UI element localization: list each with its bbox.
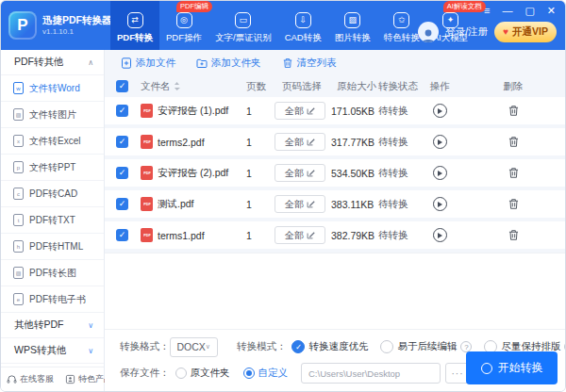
- save-location-option[interactable]: 自定义: [243, 367, 289, 380]
- row-checkbox[interactable]: ✓: [116, 198, 128, 210]
- convert-mode-option[interactable]: 易于后续编辑 ?: [380, 340, 472, 353]
- settings-panel: 转换格式： DOCX ∨ 转换模式： 转换速度优先 ? 易于后续编辑 ? 尽量保…: [105, 329, 565, 391]
- convert-play-icon[interactable]: [433, 104, 447, 118]
- convert-play-icon[interactable]: [433, 228, 447, 242]
- sort-icon[interactable]: [174, 82, 180, 90]
- document-icon: p: [13, 161, 24, 173]
- sidebar-item[interactable]: ▨ 文件转图片: [1, 102, 104, 128]
- minimize-icon[interactable]: —: [502, 6, 512, 16]
- sidebar-section-wps-to-other[interactable]: WPS转其他 ∨: [1, 338, 104, 364]
- app-window: P 迅捷PDF转换器 v1.1.10.1 ⇄ PDF转换 PDF编辑 ◎ PDF…: [0, 0, 566, 392]
- sidebar-item[interactable]: h PDF转HTML: [1, 234, 104, 260]
- page-range-label: 全部: [285, 167, 304, 180]
- column-delete: 删除: [504, 80, 524, 93]
- convert-play-icon[interactable]: [433, 197, 447, 211]
- save-radio[interactable]: [175, 368, 187, 379]
- edit-icon: [307, 200, 315, 208]
- vip-label: 开通VIP: [512, 25, 548, 39]
- sidebar-item-label: 文件转Word: [29, 82, 80, 95]
- maximize-icon[interactable]: ▢: [524, 6, 534, 16]
- tab-label: PDF转换: [117, 32, 153, 44]
- user-avatar[interactable]: [418, 22, 439, 42]
- page-range-button[interactable]: 全部: [275, 133, 325, 151]
- save-location-option[interactable]: 原文件夹: [175, 367, 230, 380]
- login-register-link[interactable]: 登录/注册: [445, 25, 488, 39]
- table-row: ✓ PDF terms2.pdf 1 全部 317.77KB 待转换: [105, 128, 565, 155]
- sidebar-item[interactable]: c PDF转CAD: [1, 181, 104, 207]
- online-support-link[interactable]: 在线客服: [1, 373, 59, 385]
- page-range-button[interactable]: 全部: [275, 102, 325, 120]
- header-tab[interactable]: PDF编辑 ◎ PDF操作: [159, 1, 208, 50]
- table-row: ✓ PDF 安评报告 (2).pdf 1 全部 534.50KB 待转换: [105, 159, 565, 187]
- vip-heart-icon: ♥: [503, 27, 508, 37]
- document-icon: ▨: [13, 108, 24, 121]
- file-name: terms2.pdf: [158, 137, 205, 148]
- page-range-label: 全部: [285, 198, 304, 211]
- document-icon: ▨: [13, 267, 24, 279]
- sidebar-item-label: 文件转Excel: [29, 135, 80, 148]
- row-checkbox[interactable]: ✓: [116, 136, 128, 148]
- file-size: 382.79KB: [331, 230, 378, 241]
- convert-play-icon[interactable]: [433, 166, 447, 180]
- format-select[interactable]: DOCX ∨: [170, 337, 218, 357]
- page-count: 1: [246, 106, 271, 117]
- page-range-button[interactable]: 全部: [275, 164, 325, 182]
- sidebar-item[interactable]: e PDF转电子书: [1, 286, 104, 313]
- save-path-input[interactable]: [301, 363, 441, 384]
- top-bar: P 迅捷PDF转换器 v1.1.10.1 ⇄ PDF转换 PDF编辑 ◎ PDF…: [1, 1, 565, 50]
- edit-icon: [307, 231, 315, 239]
- column-size: 原始大小: [331, 80, 378, 93]
- row-checkbox[interactable]: ✓: [116, 105, 128, 117]
- delete-row-icon[interactable]: [508, 167, 520, 179]
- row-checkbox[interactable]: ✓: [116, 229, 128, 241]
- clear-list-button[interactable]: 清空列表: [282, 57, 337, 70]
- sidebar-item[interactable]: ▨ PDF转长图: [1, 260, 104, 286]
- close-icon[interactable]: ✕: [547, 6, 556, 16]
- convert-status: 待转换: [378, 198, 418, 211]
- save-radio[interactable]: [243, 368, 255, 379]
- product-badge-icon: [65, 374, 75, 384]
- sidebar-section-pdf-to-other[interactable]: PDF转其他 ∧: [1, 50, 104, 75]
- sidebar-item[interactable]: w 文件转Word: [1, 75, 104, 102]
- sidebar-item[interactable]: x 文件转Excel: [1, 128, 104, 155]
- page-range-label: 全部: [285, 136, 304, 149]
- sidebar-item[interactable]: t PDF转TXT: [1, 207, 104, 234]
- header-tab[interactable]: ▭ 文字/票证识别: [208, 1, 278, 50]
- delete-row-icon[interactable]: [508, 136, 520, 148]
- window-controls: ≡ — ▢ ✕: [484, 6, 556, 16]
- tab-icon: ⇩: [295, 12, 311, 28]
- mode-radio[interactable]: [380, 340, 393, 353]
- page-count: 1: [246, 168, 271, 179]
- mode-radio[interactable]: [291, 340, 305, 353]
- delete-row-icon[interactable]: [508, 105, 520, 117]
- sidebar-section-other-to-pdf[interactable]: 其他转PDF ∨: [1, 313, 104, 338]
- add-folder-button[interactable]: 添加文件夹: [196, 57, 261, 70]
- page-range-button[interactable]: 全部: [275, 226, 325, 244]
- sidebar-item[interactable]: p 文件转PPT: [1, 155, 104, 181]
- delete-row-icon[interactable]: [508, 198, 520, 210]
- header-tab[interactable]: ▨ 图片转换: [328, 1, 377, 50]
- page-range-button[interactable]: 全部: [275, 195, 325, 213]
- chevron-up-icon: ∧: [88, 58, 93, 67]
- convert-status: 待转换: [378, 229, 418, 242]
- select-all-checkbox[interactable]: ✓: [116, 80, 128, 92]
- add-file-button[interactable]: 添加文件: [121, 57, 175, 70]
- chevron-down-icon: ∨: [88, 347, 93, 355]
- mode-label: 转换模式：: [237, 340, 287, 353]
- column-page-select: 页码选择: [271, 80, 331, 93]
- header-tab[interactable]: ⇩ CAD转换: [278, 1, 328, 50]
- caret-down-icon: ∨: [206, 343, 210, 351]
- file-size: 534.50KB: [331, 168, 378, 179]
- trash-icon: [282, 57, 293, 69]
- delete-row-icon[interactable]: [508, 229, 520, 241]
- convert-play-icon[interactable]: [433, 135, 447, 149]
- chevron-down-icon: ∨: [88, 321, 93, 330]
- add-folder-icon: [196, 57, 208, 69]
- row-checkbox[interactable]: ✓: [116, 167, 128, 179]
- start-convert-button[interactable]: 开始转换: [466, 351, 558, 384]
- header-tab[interactable]: ⇄ PDF转换: [110, 1, 159, 50]
- vip-button[interactable]: ♥ 开通VIP: [494, 22, 557, 42]
- tab-icon: ✩: [393, 12, 409, 28]
- pdf-file-icon: PDF: [141, 228, 153, 242]
- convert-mode-option[interactable]: 转换速度优先 ?: [291, 340, 368, 353]
